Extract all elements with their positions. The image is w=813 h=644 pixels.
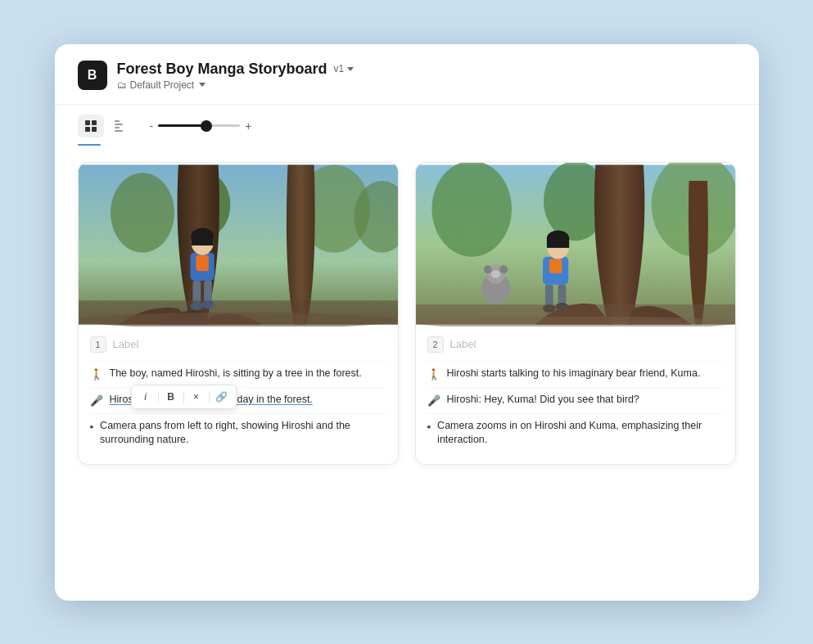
svg-rect-26	[544, 284, 553, 306]
project-title: Forest Boy Manga Storyboard	[117, 61, 327, 78]
svg-point-18	[431, 163, 512, 257]
card-number-2: 2	[427, 336, 444, 353]
italic-button[interactable]: i	[137, 388, 155, 406]
list-view-button[interactable]	[107, 115, 133, 137]
storyboard-card-1: 1 Label 🚶 The boy, named Hiroshi, is sit…	[78, 162, 399, 465]
card-image-2	[416, 163, 735, 327]
fmt-divider-2	[183, 391, 184, 403]
cards-grid: 1 Label 🚶 The boy, named Hiroshi, is sit…	[55, 149, 759, 465]
svg-point-33	[499, 265, 508, 273]
card-label-2: Label	[450, 338, 477, 350]
grid-icon	[85, 120, 97, 132]
svg-rect-12	[204, 280, 212, 302]
folder-icon: 🗂	[117, 79, 127, 91]
project-sub[interactable]: 🗂 Default Project	[117, 79, 355, 91]
card-image-1	[79, 163, 398, 327]
title-group: Forest Boy Manga Storyboard v1 🗂 Default…	[117, 61, 355, 91]
fmt-divider-3	[209, 391, 210, 403]
card-row-2-dialogue: 🎤 Hiroshi: Hey, Kuma! Did you see that b…	[427, 387, 724, 413]
dialogue-icon-2: 🎤	[427, 394, 440, 408]
grid-view-button[interactable]	[78, 115, 104, 137]
zoom-out-button[interactable]: -	[150, 119, 154, 133]
zoom-in-button[interactable]: +	[245, 119, 251, 133]
svg-rect-10	[191, 236, 213, 245]
zoom-slider-container: - +	[150, 119, 252, 133]
svg-point-32	[483, 265, 491, 273]
action-text-2: Hiroshi starts talking to his imaginary …	[447, 367, 724, 381]
dialogue-text-2: Hiroshi: Hey, Kuma! Did you see that bir…	[447, 393, 724, 408]
logo-badge: B	[78, 61, 107, 90]
card-row-2-action: 🚶 Hiroshi starts talking to his imaginar…	[427, 361, 724, 387]
svg-rect-27	[558, 284, 566, 304]
camera-text-1: Camera pans from left to right, showing …	[100, 419, 386, 448]
header: B Forest Boy Manga Storyboard v1 🗂 Defau…	[55, 44, 759, 105]
scene-illustration-1	[79, 163, 398, 327]
bold-button[interactable]: B	[162, 388, 180, 406]
formatting-toolbar: i B × 🔗	[131, 385, 237, 409]
card-meta-2: 2 Label	[427, 336, 724, 353]
svg-rect-22	[549, 259, 562, 273]
zoom-slider[interactable]	[158, 124, 240, 127]
card-row-2-camera: ▪ Camera zooms in on Hiroshi and Kuma, e…	[427, 413, 724, 453]
camera-icon-2: ▪	[427, 420, 431, 435]
strikethrough-button[interactable]: ×	[187, 388, 206, 406]
title-row: Forest Boy Manga Storyboard v1	[117, 61, 355, 78]
dialogue-icon-1: 🎤	[90, 394, 103, 408]
view-toggle-group	[78, 115, 133, 137]
card-number-1: 1	[90, 336, 106, 353]
storyboard-card-2: 2 Label 🚶 Hiroshi starts talking to his …	[415, 162, 736, 465]
link-button[interactable]: 🔗	[213, 388, 231, 406]
card-meta-1: 1 Label	[90, 336, 386, 353]
active-tab-underline	[78, 144, 101, 146]
app-window: B Forest Boy Manga Storyboard v1 🗂 Defau…	[55, 44, 759, 601]
svg-point-2	[111, 173, 174, 253]
card-label-1: Label	[113, 338, 139, 350]
list-icon	[115, 120, 126, 132]
svg-point-34	[490, 270, 500, 278]
action-icon-2: 🚶	[427, 367, 440, 382]
toolbar: - +	[55, 105, 759, 144]
card-row-1-action: 🚶 The boy, named Hiroshi, is sitting by …	[90, 361, 386, 387]
version-badge[interactable]: v1	[334, 63, 355, 74]
action-text-1: The boy, named Hiroshi, is sitting by a …	[110, 367, 386, 381]
project-chevron-icon	[199, 83, 206, 87]
svg-rect-7	[196, 254, 209, 271]
card-content-2: 2 Label 🚶 Hiroshi starts talking to his …	[416, 327, 735, 464]
svg-rect-25	[546, 238, 568, 248]
scene-illustration-2	[416, 163, 735, 327]
card-content-1: 1 Label 🚶 The boy, named Hiroshi, is sit…	[79, 327, 398, 464]
card-row-1-camera: ▪ Camera pans from left to right, showin…	[90, 413, 386, 453]
camera-text-2: Camera zooms in on Hiroshi and Kuma, emp…	[437, 419, 723, 448]
bear-figure	[481, 264, 509, 304]
fmt-divider-1	[158, 391, 159, 403]
action-icon-1: 🚶	[90, 367, 103, 382]
version-chevron-icon	[347, 67, 354, 71]
camera-icon-1: ▪	[90, 420, 94, 435]
